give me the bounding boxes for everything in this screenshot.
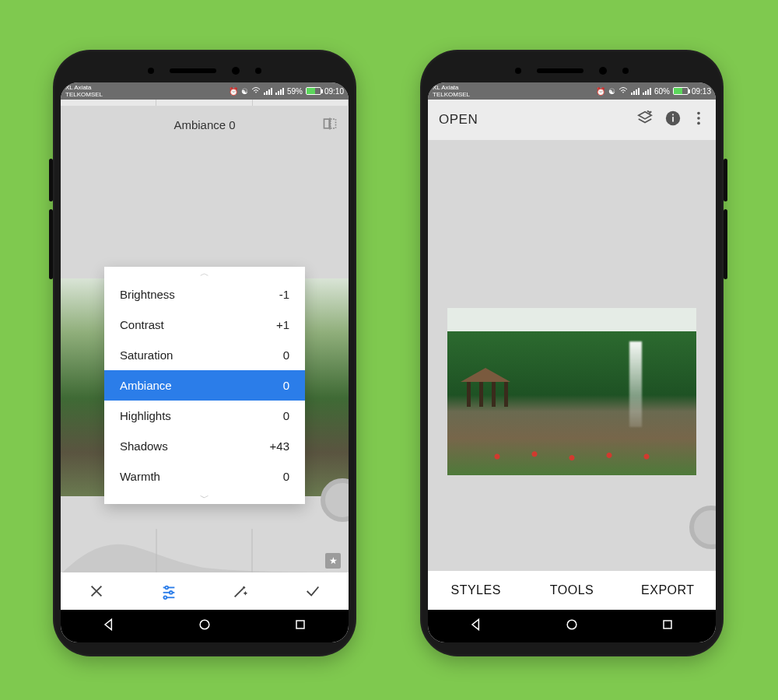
- param-value: +43: [270, 439, 289, 453]
- magic-button[interactable]: [205, 583, 277, 600]
- sync-icon: ☯: [241, 87, 248, 96]
- sync-icon: ☯: [608, 87, 615, 96]
- scroll-up-icon[interactable]: ︿: [104, 267, 305, 279]
- svg-point-6: [165, 586, 168, 590]
- param-label: Highlights: [120, 409, 171, 422]
- carrier-label: XL Axiata: [433, 84, 470, 91]
- screen-right: XL Axiata TELKOMSEL ⏰ ☯ 60% 09:13 OPEN: [428, 82, 716, 642]
- nav-back[interactable]: [468, 617, 484, 635]
- current-param-title: Ambiance 0: [173, 118, 235, 131]
- signal-icon: [275, 88, 284, 95]
- param-value: +1: [276, 318, 289, 331]
- side-button: [49, 159, 53, 201]
- param-row-ambiance[interactable]: Ambiance 0: [104, 370, 305, 401]
- svg-point-19: [567, 620, 576, 629]
- wifi-icon: [619, 86, 628, 96]
- param-row-brightness[interactable]: Brightness -1: [104, 279, 305, 310]
- top-slider-track[interactable]: [61, 100, 349, 106]
- svg-rect-20: [664, 621, 671, 628]
- cancel-button[interactable]: [61, 583, 133, 600]
- nav-back[interactable]: [101, 617, 117, 635]
- signal-icon: [631, 88, 640, 95]
- param-row-saturation[interactable]: Saturation 0: [104, 340, 305, 370]
- info-icon[interactable]: [664, 110, 682, 130]
- side-button: [49, 209, 53, 279]
- param-label: Shadows: [120, 439, 168, 453]
- phone-frame-left: XL Axiata TELKOMSEL ⏰ ☯ 59% 09:10: [53, 50, 356, 656]
- param-label: Brightness: [120, 288, 175, 301]
- home-app: OPEN: [428, 100, 716, 642]
- svg-rect-15: [672, 114, 674, 116]
- editor-app: Ambiance 0 ︿ Brightness -1 Contrast: [61, 100, 349, 642]
- speaker-row: [61, 59, 349, 82]
- svg-point-18: [697, 122, 700, 125]
- param-value: 0: [283, 348, 289, 362]
- battery-icon: [673, 87, 689, 95]
- param-row-highlights[interactable]: Highlights 0: [104, 401, 305, 431]
- preview-image[interactable]: [447, 308, 696, 475]
- compare-icon[interactable]: [322, 116, 338, 134]
- nav-home[interactable]: [564, 617, 580, 635]
- param-value: 0: [283, 470, 289, 483]
- carrier-label: XL Axiata: [65, 84, 103, 91]
- scroll-down-icon[interactable]: ﹀: [104, 492, 305, 504]
- nav-home[interactable]: [197, 617, 212, 635]
- carrier-label: TELKOMSEL: [433, 91, 470, 98]
- svg-point-10: [163, 596, 166, 599]
- param-label: Saturation: [120, 348, 173, 362]
- param-row-contrast[interactable]: Contrast +1: [104, 310, 305, 340]
- param-value: 0: [283, 379, 289, 392]
- status-bar: XL Axiata TELKOMSEL ⏰ ☯ 60% 09:13: [428, 82, 716, 100]
- speaker-row: [428, 59, 716, 82]
- svg-rect-0: [324, 119, 330, 128]
- clock: 09:10: [324, 87, 344, 96]
- svg-rect-14: [672, 117, 674, 121]
- side-button: [724, 209, 727, 279]
- param-title-bar: Ambiance 0: [61, 106, 349, 143]
- svg-rect-12: [296, 621, 304, 628]
- svg-point-8: [170, 591, 173, 594]
- svg-point-17: [697, 117, 700, 120]
- styles-button[interactable]: STYLES: [428, 583, 524, 597]
- signal-icon: [264, 88, 272, 95]
- apply-button[interactable]: [277, 583, 349, 600]
- open-button[interactable]: OPEN: [439, 112, 626, 128]
- clock: 09:13: [692, 87, 711, 96]
- android-nav: [428, 610, 716, 642]
- signal-icon: [643, 88, 651, 95]
- more-icon[interactable]: [692, 110, 705, 130]
- param-label: Warmth: [120, 470, 160, 483]
- side-button: [724, 159, 727, 201]
- param-panel[interactable]: ︿ Brightness -1 Contrast +1 Saturation 0…: [104, 267, 305, 504]
- nav-recent[interactable]: [293, 617, 308, 635]
- alarm-icon: ⏰: [229, 87, 238, 96]
- tune-button[interactable]: [133, 583, 205, 600]
- bottom-toolbar: [61, 572, 349, 610]
- screen-left: XL Axiata TELKOMSEL ⏰ ☯ 59% 09:10: [61, 82, 349, 642]
- svg-rect-1: [331, 119, 336, 128]
- layers-icon[interactable]: [636, 110, 654, 130]
- histogram: [61, 529, 349, 576]
- carrier-label: TELKOMSEL: [65, 91, 103, 98]
- param-row-warmth[interactable]: Warmth 0: [104, 461, 305, 492]
- param-value: -1: [279, 288, 289, 301]
- battery-percent: 59%: [287, 87, 303, 96]
- svg-point-11: [200, 620, 209, 629]
- param-label: Ambiance: [120, 379, 172, 392]
- svg-point-16: [697, 112, 700, 115]
- param-value: 0: [283, 409, 289, 422]
- param-label: Contrast: [120, 318, 164, 331]
- alarm-icon: ⏰: [596, 87, 605, 96]
- tools-button[interactable]: TOOLS: [524, 583, 619, 597]
- battery-icon: [306, 87, 321, 95]
- image-canvas[interactable]: [428, 140, 716, 642]
- top-bar: OPEN: [428, 100, 716, 140]
- nav-recent[interactable]: [660, 617, 675, 635]
- bottom-nav: STYLES TOOLS EXPORT: [428, 571, 716, 610]
- export-button[interactable]: EXPORT: [620, 583, 716, 597]
- phone-frame-right: XL Axiata TELKOMSEL ⏰ ☯ 60% 09:13 OPEN: [420, 50, 724, 656]
- param-row-shadows[interactable]: Shadows +43: [104, 431, 305, 461]
- status-bar: XL Axiata TELKOMSEL ⏰ ☯ 59% 09:10: [61, 82, 349, 100]
- android-nav: [61, 610, 349, 642]
- battery-percent: 60%: [654, 87, 670, 96]
